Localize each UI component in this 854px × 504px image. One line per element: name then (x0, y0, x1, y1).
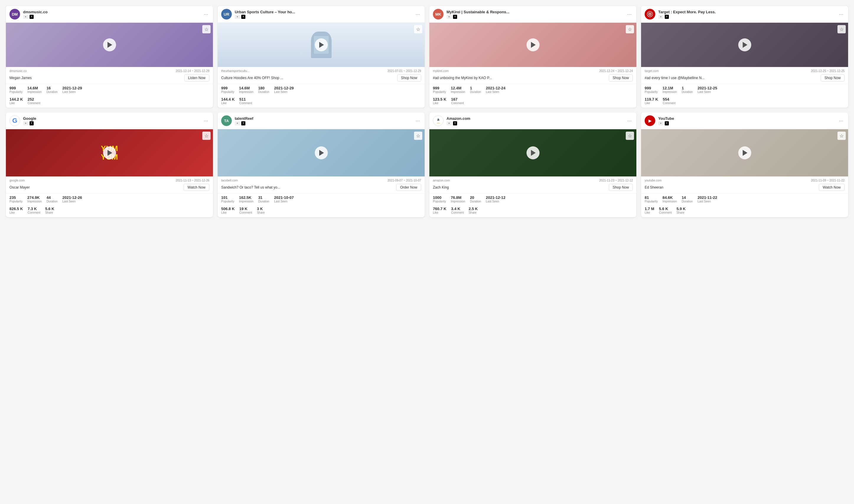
duration-value: 20 (470, 195, 474, 200)
brand-name: Target : Expect More. Pay Less. (658, 10, 835, 14)
tiktok-icon: T (30, 15, 34, 19)
ad-card-google: G Google ✦ T ··· YUMYUM ☆ google.com (6, 112, 213, 217)
favorite-button[interactable]: ☆ (626, 132, 634, 140)
last-seen-stat: 2021-12-12 Last Seen (486, 195, 506, 203)
favorite-button[interactable]: ☆ (837, 25, 846, 33)
thumbnail[interactable]: ☆ (217, 23, 425, 67)
brand-name: dmsmusic.co (23, 10, 199, 14)
main-grid: DM dmsmusic.co ✦ T ··· ♪ ☆ dmsmusic.co (6, 6, 848, 217)
play-button[interactable] (103, 146, 116, 159)
popularity-label: Popularity (433, 200, 446, 203)
play-button[interactable] (103, 38, 116, 51)
impression-stat: 12.1M Impression (662, 86, 677, 93)
avatar: a~~~ (433, 115, 443, 126)
tiktok-icon: T (30, 121, 34, 125)
date-range: 2021-12-24 ~ 2021-12-24 (599, 69, 633, 73)
action-button[interactable]: Order Now (396, 184, 421, 191)
row-1: DM dmsmusic.co ✦ T ··· ♪ ☆ dmsmusic.co (6, 6, 848, 108)
action-button[interactable]: Watch Now (184, 184, 209, 191)
favorite-button[interactable]: ☆ (202, 132, 211, 140)
thumbnail[interactable]: ☆ (429, 129, 637, 177)
favorite-button[interactable]: ☆ (414, 132, 422, 140)
more-button[interactable]: ··· (414, 118, 421, 124)
last-seen-label: Last Seen (274, 200, 287, 203)
comment-stat: 7.3 K Comment (28, 206, 40, 214)
website: theurbansportscultu... (221, 69, 249, 73)
more-button[interactable]: ··· (838, 118, 844, 124)
tiktok-icon: T (241, 121, 245, 125)
tiktok-icon: T (665, 15, 669, 19)
action-button[interactable]: Listen Now (184, 74, 209, 82)
brand-info: YouTube ✦ T (658, 116, 835, 125)
play-button[interactable] (738, 38, 751, 51)
more-button[interactable]: ··· (203, 11, 209, 17)
last-seen-label: Last Seen (486, 90, 499, 93)
last-seen-stat: 2021-12-25 Last Seen (697, 86, 717, 93)
last-seen-label: Last Seen (486, 200, 499, 203)
thumbnail[interactable]: ☆ (641, 23, 848, 67)
brand-info: talentReef ✦ T (235, 116, 411, 125)
favorite-button[interactable]: ☆ (414, 25, 422, 33)
share-label: Share (45, 211, 53, 214)
favorite-button[interactable]: ☆ (202, 25, 211, 33)
date-range: 2021-11-09 ~ 2021-11-22 (811, 179, 844, 182)
thumbnail[interactable]: ☆ (217, 129, 425, 177)
action-button[interactable]: Watch Now (819, 184, 844, 191)
favorite-button[interactable]: ☆ (837, 132, 846, 140)
action-button[interactable]: Shop Now (397, 74, 421, 82)
more-button[interactable]: ··· (414, 11, 421, 17)
last-seen-stat: 2021-12-26 Last Seen (62, 195, 82, 203)
play-button[interactable] (738, 146, 751, 159)
brand-name: MyKirei | Sustainable & Respons... (447, 10, 623, 14)
impression-stat: 12.4M Impression (451, 86, 465, 93)
card-desc: Megan James Listen Now (6, 74, 213, 84)
impression-label: Impression (451, 90, 465, 93)
play-button[interactable] (315, 146, 328, 159)
stats-secondary: 826.5 K Like 7.3 K Comment 5.6 K Share (6, 205, 213, 217)
duration-label: Duration (682, 90, 693, 93)
thumbnail[interactable]: YUMYUM ☆ (6, 129, 213, 177)
share-stat: 5.9 K Share (677, 206, 686, 214)
date-range: 2021-07-01 ~ 2021-12-29 (387, 69, 421, 73)
duration-value: 180 (258, 86, 265, 90)
action-button[interactable]: Shop Now (821, 74, 844, 82)
svg-point-2 (649, 14, 651, 15)
like-value: 506.8 K (221, 206, 235, 211)
favorite-button[interactable]: ☆ (626, 25, 634, 33)
more-button[interactable]: ··· (626, 118, 633, 124)
more-button[interactable]: ··· (203, 118, 209, 124)
more-button[interactable]: ··· (838, 11, 844, 17)
popularity-value: 81 (645, 195, 649, 200)
tiktok-icon: T (453, 121, 457, 125)
like-stat: 1.7 M Like (645, 206, 655, 214)
impression-value: 14.6M (239, 86, 249, 90)
play-button[interactable] (526, 146, 540, 159)
comment-label: Comment (28, 102, 40, 105)
action-button[interactable]: Shop Now (609, 74, 633, 82)
brand-info: Urban Sports Culture – Your ho... ✦ T (235, 10, 411, 19)
popularity-stat: 1000 Popularity (433, 195, 446, 203)
last-seen-value: 2021-12-29 (274, 86, 294, 90)
thumbnail[interactable]: ☆ (641, 129, 848, 177)
play-button[interactable] (526, 38, 540, 51)
more-button[interactable]: ··· (626, 11, 633, 17)
play-button[interactable] (315, 38, 328, 51)
comment-value: 252 (28, 97, 34, 102)
comment-value: 167 (451, 97, 458, 102)
stats-secondary: 123.5 K Like 167 Comment (429, 95, 637, 108)
brand-name: Urban Sports Culture – Your ho... (235, 10, 411, 14)
creator-text: Zach King (433, 185, 607, 190)
avatar: G (10, 115, 20, 126)
card-header: MK MyKirei | Sustainable & Respons... ✦ … (429, 6, 637, 23)
duration-label: Duration (470, 90, 481, 93)
impression-value: 14.6M (27, 86, 38, 90)
stats-primary: 999 Popularity 14.6M Impression 180 Dura… (217, 84, 425, 95)
creator-text: Culture Hoodies Are 40% OFF! Shop ... (221, 76, 395, 80)
like-label: Like (433, 211, 438, 214)
last-seen-stat: 2021-12-24 Last Seen (486, 86, 506, 93)
card-meta: google.com 2021-11-13 ~ 2021-12-26 (6, 177, 213, 183)
thumbnail[interactable]: ♪ ☆ (6, 23, 213, 67)
verify-icon: ✦ (235, 121, 240, 125)
action-button[interactable]: Shop Now (609, 184, 633, 191)
thumbnail[interactable]: ☆ (429, 23, 637, 67)
